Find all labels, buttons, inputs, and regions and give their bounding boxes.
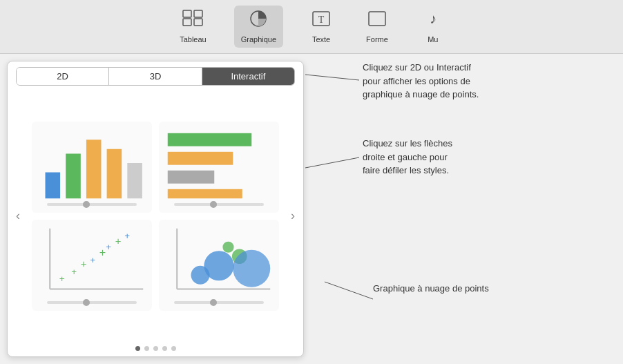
svg-rect-1: [183, 19, 191, 26]
toolbar-item-mu[interactable]: ♪ Mu: [416, 6, 450, 48]
annotation-bottom: Graphique à nuage de points: [373, 282, 489, 296]
chart-slider-4[interactable]: [174, 301, 264, 304]
tableau-icon: [182, 10, 203, 32]
scatter-chart-svg: + + + + + + + +: [36, 224, 148, 298]
svg-rect-12: [107, 149, 122, 198]
svg-point-34: [222, 241, 233, 252]
svg-rect-7: [369, 12, 385, 26]
dot-3[interactable]: [153, 346, 158, 351]
svg-text:+: +: [124, 230, 130, 240]
dot-1[interactable]: [135, 346, 140, 351]
svg-rect-3: [194, 19, 202, 26]
toolbar-item-graphique[interactable]: Graphique: [234, 6, 283, 48]
tab-2d[interactable]: 2D: [17, 68, 108, 85]
svg-rect-9: [46, 172, 61, 198]
chart-slider-thumb-3: [83, 299, 90, 306]
svg-text:+: +: [106, 241, 111, 251]
chart-cell-bubble[interactable]: [159, 220, 279, 311]
svg-rect-17: [168, 189, 242, 198]
svg-rect-11: [86, 140, 102, 198]
toolbar-label-mu: Mu: [428, 35, 438, 44]
annotation-top: Cliquez sur 2D ou Interactif pour affich…: [363, 61, 479, 102]
svg-rect-14: [168, 133, 252, 146]
dot-2[interactable]: [144, 346, 149, 351]
toolbar-label-tableau: Tableau: [180, 35, 207, 44]
chart-cell-scatter[interactable]: + + + + + + + +: [32, 220, 152, 311]
svg-line-37: [325, 282, 373, 299]
svg-rect-0: [183, 10, 191, 17]
chart-cell-hbar[interactable]: [159, 122, 279, 213]
svg-text:♪: ♪: [430, 11, 437, 26]
svg-rect-13: [127, 163, 142, 198]
svg-text:+: +: [71, 267, 77, 277]
svg-rect-15: [168, 151, 233, 164]
mu-icon: ♪: [423, 10, 443, 32]
svg-text:+: +: [90, 254, 95, 265]
svg-text:+: +: [99, 246, 106, 258]
svg-point-31: [204, 251, 233, 280]
toolbar: Tableau Graphique T Texte Forme: [0, 0, 623, 54]
dot-4[interactable]: [162, 346, 167, 351]
svg-line-36: [305, 157, 359, 168]
chart-slider-thumb-2: [210, 201, 217, 208]
annotation-mid: Cliquez sur les flèches droite et gauche…: [363, 137, 452, 178]
toolbar-item-forme[interactable]: Forme: [359, 6, 395, 48]
svg-point-33: [233, 249, 270, 287]
toolbar-label-forme: Forme: [366, 35, 388, 44]
chart-tabs: 2D 3D Interactif: [16, 67, 295, 86]
graphique-icon: [248, 10, 269, 32]
chart-slider-1[interactable]: [47, 203, 137, 206]
chart-slider-3[interactable]: [47, 301, 137, 304]
svg-rect-10: [66, 153, 81, 198]
pagination-dots: [8, 341, 303, 356]
texte-icon: T: [311, 10, 332, 32]
svg-text:T: T: [318, 15, 325, 25]
svg-rect-16: [168, 170, 215, 183]
bar-chart-svg: [36, 126, 148, 200]
tab-3d[interactable]: 3D: [108, 68, 201, 85]
chart-grid-area: ‹: [8, 91, 303, 341]
chart-grid: + + + + + + + +: [28, 118, 282, 314]
chart-slider-thumb-4: [210, 299, 217, 306]
annotation-area: Cliquez sur 2D ou Interactif pour affich…: [304, 54, 623, 364]
forme-icon: [367, 10, 387, 32]
toolbar-label-graphique: Graphique: [241, 35, 276, 44]
toolbar-item-tableau[interactable]: Tableau: [173, 6, 213, 48]
nav-left-arrow[interactable]: ‹: [8, 97, 28, 335]
chart-slider-2[interactable]: [174, 203, 264, 206]
hbar-chart-svg: [163, 126, 275, 200]
svg-line-35: [305, 75, 359, 80]
toolbar-label-texte: Texte: [312, 35, 330, 44]
nav-right-arrow[interactable]: ›: [282, 97, 303, 335]
main-area: 2D 3D Interactif ‹: [0, 54, 623, 364]
chart-panel: 2D 3D Interactif ‹: [7, 61, 304, 357]
tab-interactif[interactable]: Interactif: [202, 68, 294, 85]
dot-5[interactable]: [171, 346, 176, 351]
toolbar-item-texte[interactable]: T Texte: [304, 6, 338, 48]
chart-cell-bar[interactable]: [32, 122, 152, 213]
chart-slider-thumb-1: [83, 201, 90, 208]
svg-text:+: +: [81, 258, 87, 269]
bubble-chart-svg: [163, 224, 275, 298]
svg-rect-2: [194, 10, 202, 17]
svg-text:+: +: [59, 273, 65, 283]
svg-text:+: +: [115, 235, 122, 246]
